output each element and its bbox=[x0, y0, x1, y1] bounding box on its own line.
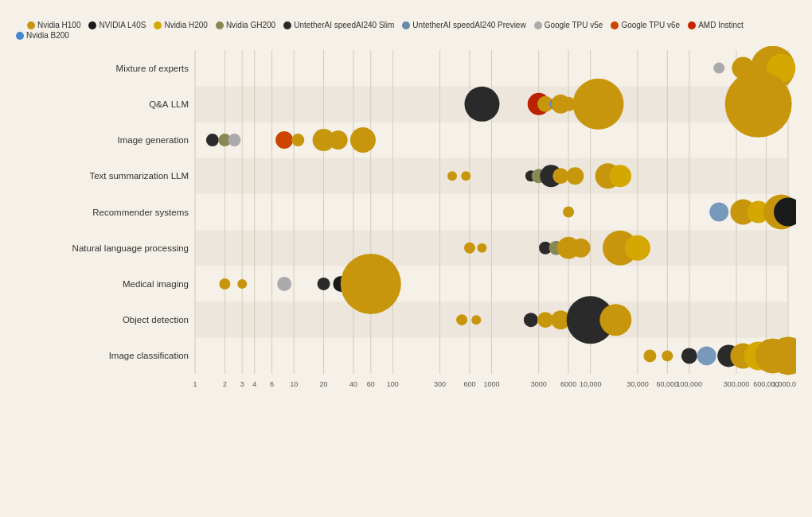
legend-item-label: AMD Instinct bbox=[698, 21, 744, 29]
legend-item-label: UntetherAI speedAI240 Preview bbox=[412, 21, 525, 29]
legend-item: UntetherAI speedAI240 Slim bbox=[283, 21, 394, 29]
legend-color-dot bbox=[402, 21, 410, 29]
legend-item: NVIDIA L40S bbox=[88, 21, 146, 29]
legend-color-dot bbox=[216, 21, 224, 29]
legend-item: Google TPU v5e bbox=[534, 21, 603, 29]
page-container: Nvidia H100NVIDIA L40SNvidia H200Nvidia … bbox=[0, 0, 812, 517]
legend-item-label: Nvidia H200 bbox=[164, 21, 207, 29]
legend-color-dot bbox=[611, 21, 619, 29]
legend-color-dot bbox=[688, 21, 696, 29]
legend-item-label: Nvidia B200 bbox=[26, 31, 69, 40]
legend-item-label: NVIDIA L40S bbox=[99, 21, 146, 29]
legend-item-label: Google TPU v6e bbox=[621, 21, 680, 29]
legend-item: Nvidia B200 bbox=[16, 31, 69, 40]
legend-item-label: Nvidia H100 bbox=[37, 21, 80, 29]
legend-item: Nvidia GH200 bbox=[216, 21, 275, 29]
legend-color-dot bbox=[283, 21, 291, 29]
legend-item: Google TPU v6e bbox=[611, 21, 680, 29]
legend-color-dot bbox=[88, 21, 96, 29]
legend-color-dot bbox=[154, 21, 162, 29]
legend-item-label: Google TPU v5e bbox=[545, 21, 603, 29]
legend-color-dot bbox=[534, 21, 542, 29]
legend-item: Nvidia H200 bbox=[154, 21, 207, 29]
bubble-chart bbox=[16, 46, 796, 396]
legend-color-dot bbox=[16, 32, 24, 40]
legend-item: AMD Instinct bbox=[688, 21, 744, 29]
legend-item: Nvidia H100 bbox=[27, 21, 80, 29]
legend-item-label: Nvidia GH200 bbox=[226, 21, 275, 29]
legend-item-label: UntetherAI speedAI240 Slim bbox=[294, 21, 394, 29]
legend: Nvidia H100NVIDIA L40SNvidia H200Nvidia … bbox=[16, 21, 796, 40]
legend-item: UntetherAI speedAI240 Preview bbox=[402, 21, 525, 29]
legend-color-dot bbox=[27, 21, 35, 29]
